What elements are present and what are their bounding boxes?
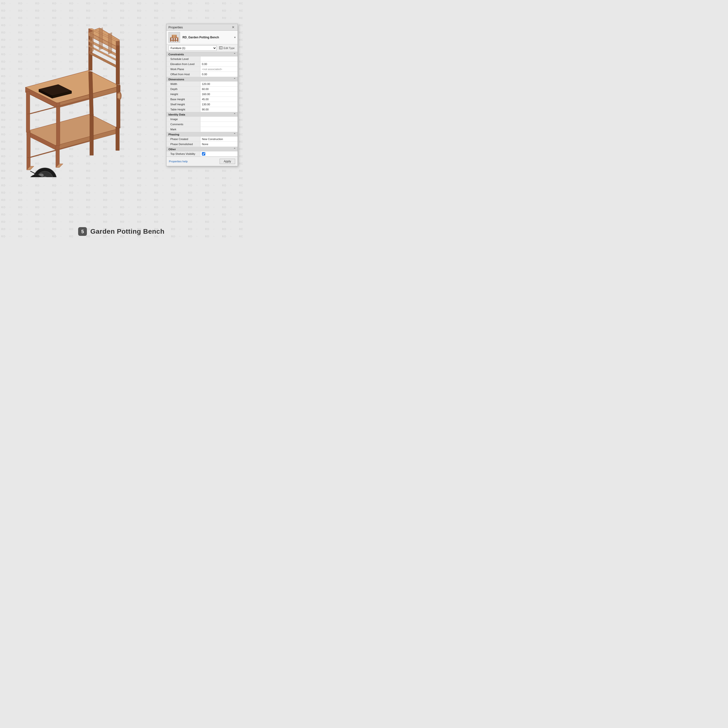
svg-marker-12 <box>90 114 93 155</box>
svg-marker-13 <box>116 127 119 150</box>
prop-mark: Mark <box>167 127 237 132</box>
prop-comments: Comments <box>167 122 237 127</box>
prop-label-work-plane: Work Plane <box>167 67 200 72</box>
prop-label-offset: Offset from Host <box>167 72 200 77</box>
prop-phase-demolished: Phase Demolished None <box>167 142 237 147</box>
section-constraints-label: Constraints <box>168 53 184 56</box>
prop-shelf-height: Shelf Height 130.00 <box>167 102 237 107</box>
prop-work-plane: Work Plane <not associated> <box>167 67 237 72</box>
prop-base-height: Base Height 45.00 <box>167 97 237 102</box>
prop-value-top-shelves[interactable] <box>200 151 237 156</box>
svg-rect-61 <box>219 47 222 49</box>
prop-width: Width 120.00 <box>167 81 237 87</box>
prop-value-image <box>200 117 237 122</box>
prop-value-height: 160.00 <box>200 92 237 96</box>
prop-label-width: Width <box>167 81 200 86</box>
section-phasing-label: Phasing <box>168 133 179 136</box>
panel-close-button[interactable]: ✕ <box>231 25 236 29</box>
svg-marker-38 <box>118 93 120 98</box>
prop-value-phase-created: New Construction <box>200 137 237 141</box>
prop-label-elevation: Elevation from Level <box>167 62 200 66</box>
prop-label-height: Height <box>167 92 200 96</box>
bottom-label: 5 Garden Potting Bench <box>0 227 243 236</box>
prop-label-mark: Mark <box>167 127 200 132</box>
svg-rect-53 <box>173 38 174 41</box>
prop-depth: Depth 60.00 <box>167 87 237 92</box>
svg-marker-49 <box>108 32 112 54</box>
svg-rect-51 <box>170 38 171 41</box>
svg-rect-55 <box>170 40 178 41</box>
svg-marker-27 <box>116 46 119 84</box>
prop-label-base-height: Base Height <box>167 97 200 102</box>
prop-value-elevation: 0.00 <box>200 62 237 66</box>
panel-title: Properties <box>168 26 183 29</box>
svg-marker-10 <box>56 145 60 167</box>
section-identity-expand[interactable]: ⌃ <box>234 113 236 116</box>
section-constraints-expand[interactable]: ⌃ <box>234 53 236 56</box>
svg-marker-48 <box>99 28 102 50</box>
prop-height: Height 160.00 <box>167 92 237 97</box>
prop-offset-from-host: Offset from Host 0.00 <box>167 72 237 77</box>
component-icon <box>168 32 180 43</box>
section-phasing: Phasing ⌃ <box>167 132 237 137</box>
prop-value-width: 120.00 <box>200 81 237 86</box>
prop-value-work-plane: <not associated> <box>200 67 237 72</box>
type-selector[interactable]: Furniture (1) <box>168 45 217 51</box>
svg-marker-47 <box>90 30 93 53</box>
top-shelves-checkbox[interactable] <box>202 152 205 156</box>
prop-label-phase-created: Phase Created <box>167 137 200 141</box>
section-identity-data: Identity Data ⌃ <box>167 112 237 117</box>
section-dimensions-expand[interactable]: ⌃ <box>234 78 236 81</box>
properties-help-link[interactable]: Properties help <box>169 160 188 163</box>
prop-table-height: Table Height 90.00 <box>167 107 237 112</box>
section-phasing-expand[interactable]: ⌃ <box>234 133 236 136</box>
section-identity-label: Identity Data <box>168 113 185 116</box>
panel-titlebar: Properties ✕ <box>167 24 237 31</box>
prop-value-mark <box>200 127 237 132</box>
prop-label-top-shelves: Top Shelves Visibility <box>167 151 200 156</box>
prop-value-table-height: 90.00 <box>200 107 237 112</box>
section-other: Other ⌃ <box>167 147 237 151</box>
panel-footer: Properties help Apply <box>167 156 237 166</box>
panel-header: RD_Garden Potting Bench ▾ <box>167 31 237 44</box>
prop-value-base-height: 45.00 <box>200 97 237 102</box>
prop-value-schedule-level[interactable] <box>200 57 237 61</box>
edit-type-button[interactable]: Edit Type <box>218 46 236 50</box>
component-name: RD_Garden Potting Bench <box>182 36 232 39</box>
section-other-expand[interactable]: ⌃ <box>234 148 236 151</box>
edit-type-label: Edit Type <box>223 47 235 49</box>
prop-label-schedule-level: Schedule Level <box>167 57 200 61</box>
section-dimensions-label: Dimensions <box>168 78 184 81</box>
prop-label-table-height: Table Height <box>167 107 200 112</box>
section-dimensions: Dimensions ⌃ <box>167 77 237 81</box>
prop-value-comments <box>200 122 237 127</box>
svg-marker-8 <box>27 131 30 170</box>
svg-rect-52 <box>177 38 178 41</box>
section-other-label: Other <box>168 148 176 151</box>
prop-elevation-from-level: Elevation from Level 0.00 <box>167 62 237 67</box>
prop-image: Image <box>167 117 237 122</box>
prop-value-offset: 0.00 <box>200 72 237 77</box>
section-constraints: Constraints ⌃ <box>167 52 237 57</box>
svg-marker-21 <box>26 92 30 132</box>
prop-label-image: Image <box>167 117 200 122</box>
prop-schedule-level: Schedule Level <box>167 57 237 62</box>
prop-label-depth: Depth <box>167 87 200 92</box>
prop-label-comments: Comments <box>167 122 200 127</box>
svg-rect-60 <box>172 36 177 37</box>
svg-marker-36 <box>116 41 119 46</box>
prop-phase-created: Phase Created New Construction <box>167 137 237 142</box>
label-text: Garden Potting Bench <box>90 228 165 236</box>
prop-value-depth: 60.00 <box>200 87 237 92</box>
prop-value-phase-demolished: None <box>200 142 237 147</box>
component-dropdown-arrow[interactable]: ▾ <box>234 36 236 39</box>
apply-button[interactable]: Apply <box>220 159 235 164</box>
prop-value-shelf-height: 130.00 <box>200 102 237 107</box>
label-badge: 5 <box>78 227 87 236</box>
type-selector-row: Furniture (1) Edit Type <box>167 44 237 52</box>
svg-rect-54 <box>175 38 176 41</box>
schedule-level-input[interactable] <box>202 58 236 60</box>
properties-panel: Properties ✕ RD_Gar <box>166 24 238 166</box>
prop-top-shelves-visibility: Top Shelves Visibility <box>167 151 237 156</box>
svg-rect-59 <box>172 35 177 35</box>
